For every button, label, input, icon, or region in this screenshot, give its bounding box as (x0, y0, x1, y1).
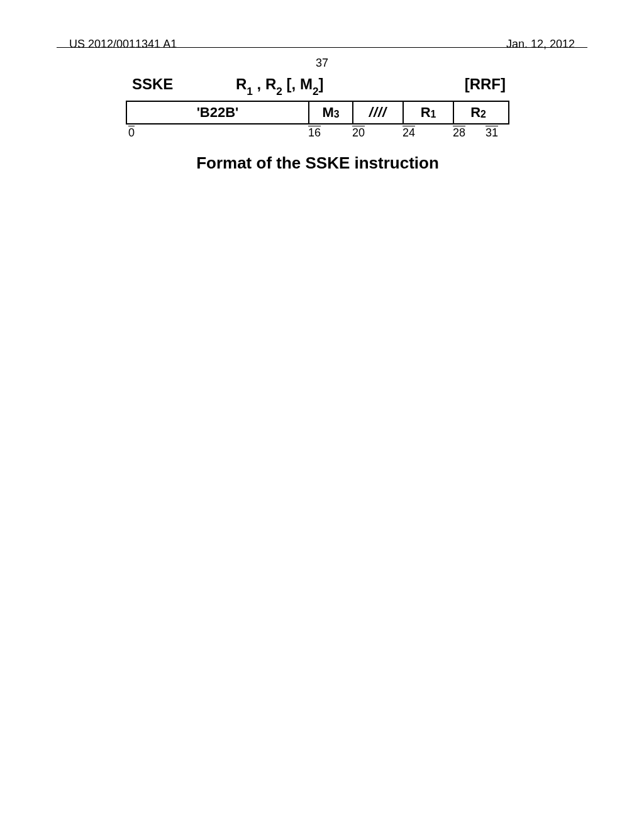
field-r1: R1 (404, 102, 454, 123)
bit-label-20: 20 (352, 126, 365, 140)
instruction-signature-row: SSKE R1 , R2 [, M2] · [RRF] (126, 75, 509, 101)
bit-label-31: 31 (486, 126, 498, 140)
bit-label-16: 16 (308, 126, 321, 140)
field-m3: M3 (309, 102, 353, 123)
header-rule (57, 47, 587, 48)
operands-label: R1 , R2 [, M2] (236, 75, 324, 96)
mnemonic-label: SSKE (132, 75, 173, 93)
bit-position-row: 0 16 20 24 28 31 (126, 126, 509, 141)
field-reserved: //// (353, 102, 404, 123)
format-tag: [RRF] (465, 75, 506, 93)
field-r2: R2 (454, 102, 502, 123)
publication-date: Jan. 12, 2012 (506, 38, 575, 51)
page-number: 37 (316, 57, 328, 70)
diagram-caption: Format of the SSKE instruction (126, 153, 509, 173)
publication-number: US 2012/0011341 A1 (69, 38, 177, 51)
bit-label-0: 0 (128, 126, 135, 140)
instruction-fields-table: 'B22B' M3 //// R1 R2 (126, 101, 509, 124)
bit-label-24: 24 (402, 126, 415, 140)
bit-label-28: 28 (453, 126, 465, 140)
instruction-format-diagram: SSKE R1 , R2 [, M2] · [RRF] 'B22B' M3 //… (126, 75, 509, 173)
field-opcode: 'B22B' (127, 102, 309, 123)
